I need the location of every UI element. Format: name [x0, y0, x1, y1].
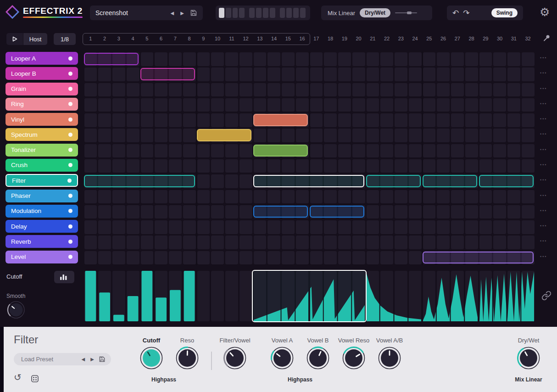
grid-cell[interactable]	[395, 159, 407, 173]
grid-cell[interactable]	[395, 67, 407, 81]
pattern-slot-3[interactable]	[233, 8, 238, 18]
track-button-tonalizer[interactable]: Tonalizer	[6, 144, 78, 157]
grid-cell[interactable]	[522, 235, 535, 249]
pattern-block[interactable]	[423, 252, 534, 264]
grid-cell[interactable]	[423, 83, 436, 97]
grid-cell[interactable]	[240, 98, 252, 112]
grid-cell[interactable]	[352, 144, 365, 158]
pattern-block[interactable]	[253, 114, 308, 126]
grid-cell[interactable]	[352, 251, 365, 265]
grid-cell[interactable]	[296, 159, 309, 173]
grid-cell[interactable]	[267, 67, 280, 81]
effect-reset-icon[interactable]: ↺	[14, 373, 22, 382]
grid-cell[interactable]	[324, 129, 337, 142]
grid-cell[interactable]	[479, 129, 492, 142]
track-button-looper-b[interactable]: Looper B	[6, 67, 78, 80]
grid-cell[interactable]	[367, 129, 379, 142]
grid-cell[interactable]	[409, 98, 422, 112]
grid-cell[interactable]	[141, 52, 154, 66]
grid-cell[interactable]	[338, 98, 351, 112]
grid-cell[interactable]	[380, 129, 393, 142]
grid-cell[interactable]	[225, 83, 238, 97]
grid-cell[interactable]	[240, 83, 252, 97]
track-enable-dot[interactable]	[68, 163, 72, 167]
grid-cell[interactable]	[522, 113, 535, 127]
grid-cell[interactable]	[352, 220, 365, 234]
grid-cell[interactable]	[380, 251, 393, 265]
grid-cell[interactable]	[522, 52, 535, 66]
grid-cell[interactable]	[169, 251, 182, 265]
grid-cell[interactable]	[267, 83, 280, 97]
grid-cell[interactable]	[127, 144, 139, 158]
grid-cell[interactable]	[507, 98, 520, 112]
grid-cell[interactable]	[112, 220, 125, 234]
grid-cell[interactable]	[296, 220, 309, 234]
grid-cell[interactable]	[423, 98, 436, 112]
grid-cell[interactable]	[465, 83, 478, 97]
track-enable-dot[interactable]	[68, 255, 72, 259]
grid-cell[interactable]	[211, 67, 224, 81]
grid-cell[interactable]	[507, 83, 520, 97]
grid-cell[interactable]	[437, 113, 450, 127]
track-enable-dot[interactable]	[68, 133, 72, 137]
grid-cell[interactable]	[254, 129, 267, 142]
row-menu[interactable]: •••	[540, 101, 547, 106]
grid-cell[interactable]	[507, 159, 520, 173]
track-enable-dot[interactable]	[68, 148, 72, 152]
settings-gear-icon[interactable]: ⚙	[540, 6, 550, 19]
grid-cell[interactable]	[141, 129, 154, 142]
grid-cell[interactable]	[522, 205, 535, 219]
grid-cell[interactable]	[155, 251, 167, 265]
save-icon[interactable]	[190, 9, 197, 17]
grid-cell[interactable]	[211, 251, 224, 265]
grid-cell[interactable]	[141, 205, 154, 219]
grid-cell[interactable]	[380, 144, 393, 158]
grid-cell[interactable]	[367, 235, 379, 249]
grid-cell[interactable]	[155, 113, 167, 127]
grid-cell[interactable]	[254, 251, 267, 265]
grid-cell[interactable]	[84, 67, 97, 81]
grid-cell[interactable]	[112, 129, 125, 142]
grid-cell[interactable]	[127, 113, 139, 127]
grid-cell[interactable]	[465, 190, 478, 204]
grid-cell[interactable]	[282, 159, 295, 173]
grid-cell[interactable]	[197, 98, 210, 112]
grid-cell[interactable]	[310, 129, 323, 142]
pattern-slot-7[interactable]	[263, 8, 268, 18]
grid-cell[interactable]	[84, 190, 97, 204]
grid-cell[interactable]	[282, 235, 295, 249]
grid-cell[interactable]	[493, 190, 506, 204]
grid-cell[interactable]	[479, 159, 492, 173]
grid-cell[interactable]	[324, 67, 337, 81]
grid-cell[interactable]	[197, 251, 210, 265]
grid-cell[interactable]	[240, 113, 252, 127]
grid-cell[interactable]	[310, 67, 323, 81]
drywet-slider[interactable]	[395, 12, 417, 13]
grid-cell[interactable]	[254, 98, 267, 112]
effect-preset-prev-icon[interactable]: ◀	[79, 357, 88, 362]
row-menu[interactable]: •••	[540, 208, 547, 213]
grid-cell[interactable]	[169, 235, 182, 249]
grid-cell[interactable]	[367, 190, 379, 204]
knob-vowel-b[interactable]	[306, 346, 330, 372]
grid-cell[interactable]	[112, 67, 125, 81]
grid-cell[interactable]	[380, 235, 393, 249]
grid-cell[interactable]	[98, 190, 111, 204]
grid-cell[interactable]	[296, 83, 309, 97]
grid-cell[interactable]	[493, 235, 506, 249]
grid-cell[interactable]	[395, 220, 407, 234]
track-enable-dot[interactable]	[68, 240, 72, 244]
row-menu[interactable]: •••	[540, 147, 547, 152]
row-menu[interactable]: •••	[540, 193, 547, 198]
row-menu[interactable]: •••	[540, 162, 547, 167]
grid-cell[interactable]	[465, 67, 478, 81]
pattern-block[interactable]	[84, 175, 195, 187]
grid-cell[interactable]	[451, 205, 464, 219]
grid-cell[interactable]	[310, 83, 323, 97]
grid-cell[interactable]	[507, 190, 520, 204]
grid-cell[interactable]	[338, 129, 351, 142]
swing-button[interactable]: Swing	[491, 8, 518, 17]
pattern-slot-11[interactable]	[293, 8, 299, 18]
pattern-slot-4[interactable]	[239, 8, 245, 18]
grid-cell[interactable]	[141, 220, 154, 234]
